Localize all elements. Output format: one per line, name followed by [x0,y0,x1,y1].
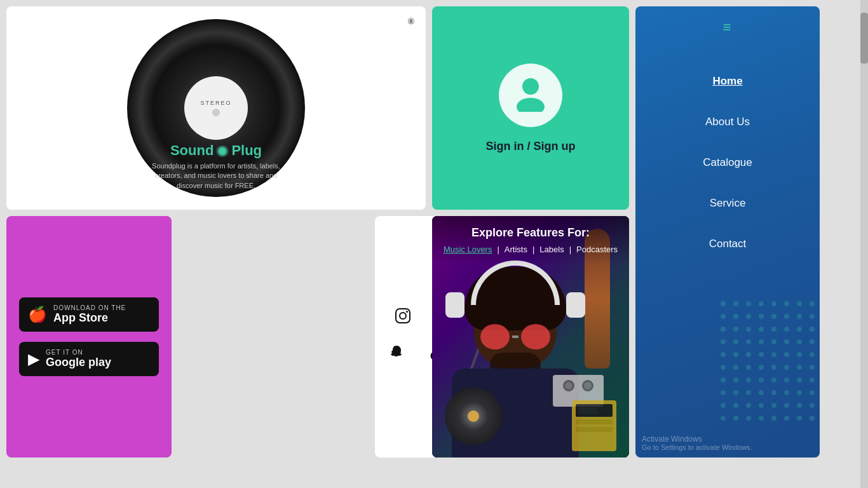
decoration-dot [759,301,764,306]
decoration-dot [733,301,738,306]
appstore-top-line: Download on the [53,304,126,311]
decoration-dot [759,390,764,395]
decoration-dot [810,390,815,395]
decoration-dot [797,314,802,319]
googleplay-main-line: Google play [46,356,111,369]
decoration-dot [810,416,815,421]
svg-rect-2 [396,309,410,323]
vinyl-card: STEREO SoundPlug Soundplug is a platform… [6,6,426,210]
decoration-dot [759,327,764,332]
decoration-dot [784,352,789,357]
decoration-dot [746,390,751,395]
decoration-dot [810,301,815,306]
nav-item-service[interactable]: Service [635,183,820,224]
user-avatar [499,64,562,127]
decoration-dot [721,339,726,344]
nav-card: ≡ Home About Us Catalogue Service Contac… [635,6,820,458]
decoration-dot [721,403,726,408]
decoration-dot [771,327,776,332]
svg-point-3 [400,313,406,319]
feature-card: Explore Features For: Music Lovers | Art… [432,216,629,458]
decoration-dot [797,390,802,395]
nav-item-contact[interactable]: Contact [635,224,820,264]
decoration-dot [759,365,764,370]
decoration-dot [784,301,789,306]
decoration-dot [771,365,776,370]
appstore-text: Download on the App Store [53,304,126,325]
vinyl-label: STEREO [184,76,248,140]
decoration-dot [733,352,738,357]
stereo-text: STEREO [200,100,231,106]
decoration-dot [771,390,776,395]
decoration-dot [746,416,751,421]
decoration-dot [721,365,726,370]
decoration-dot [721,301,726,306]
decoration-dot [810,403,815,408]
app-download-card: 🍎 Download on the App Store ▶ Get it on … [6,216,172,458]
decoration-dot [746,365,751,370]
googleplay-top-line: Get it on [46,349,111,356]
nav-item-catalogue[interactable]: Catalogue [635,142,820,183]
decoration-dot [746,352,751,357]
signin-card[interactable]: Sign in / Sign up [432,6,629,210]
decoration-dot [746,314,751,319]
decoration-dot [721,416,726,421]
activate-title: Activate Windows [642,435,752,444]
decoration-dot [746,377,751,383]
decoration-dot [797,377,802,383]
decoration-dot [733,416,738,421]
hamburger-icon[interactable]: ≡ [723,19,733,36]
decoration-dot [784,327,789,332]
feature-tab-artists[interactable]: Artists [505,245,527,254]
googleplay-text: Get it on Google play [46,349,111,369]
decoration-dot [784,390,789,395]
decoration-dot [797,365,802,370]
nav-item-about[interactable]: About Us [635,102,820,142]
feature-tab-music-lovers[interactable]: Music Lovers [444,245,492,254]
decoration-dot [733,339,738,344]
feature-title: Explore Features For: [442,226,619,240]
nav-item-home[interactable]: Home [635,61,820,102]
tab-sep-3: | [569,245,571,254]
decoration-dot [721,352,726,357]
decoration-dot [759,339,764,344]
instagram-icon[interactable] [394,307,412,329]
decoration-dot [771,301,776,306]
settings-icon[interactable]: ⑧ [403,13,419,29]
decoration-dot [784,339,789,344]
feature-tab-podcasters[interactable]: Podcasters [576,245,618,254]
feature-tabs: Music Lovers | Artists | Labels | Podcas… [442,245,619,254]
decoration-dot [784,377,789,383]
feature-overlay: Explore Features For: Music Lovers | Art… [432,216,629,264]
decoration-dot [721,377,726,383]
googleplay-button[interactable]: ▶ Get it on Google play [19,342,159,376]
activate-sub: Go to Settings to activate Windows. [642,444,752,451]
decoration-dot [733,365,738,370]
decoration-dot [746,301,751,306]
svg-point-1 [517,98,545,112]
decoration-dot [746,327,751,332]
decoration-dot [784,416,789,421]
appstore-button[interactable]: 🍎 Download on the App Store [19,297,159,332]
avatar-icon [512,74,550,117]
snapchat-icon[interactable] [388,344,405,367]
decoration-dot [759,314,764,319]
scrollbar-thumb[interactable] [860,13,868,64]
decoration-dot [810,352,815,357]
decoration-dot [784,314,789,319]
radio-decoration [572,400,616,451]
decoration-dot [759,352,764,357]
decoration-dot [721,314,726,319]
signin-label: Sign in / Sign up [486,140,576,153]
decoration-dot [771,314,776,319]
decoration-dot [771,339,776,344]
logo-overlay: SoundPlug Soundplug is a platform for ar… [146,142,286,191]
dots-decoration: // Will be rendered below [721,301,820,426]
decoration-dot [733,327,738,332]
logo-circle-icon [215,146,230,157]
scrollbar[interactable] [860,0,868,488]
decoration-dot [759,416,764,421]
logo-tagline: Soundplug is a platform for artists, lab… [146,161,286,191]
feature-tab-labels[interactable]: Labels [539,245,564,254]
decoration-dot [810,377,815,383]
